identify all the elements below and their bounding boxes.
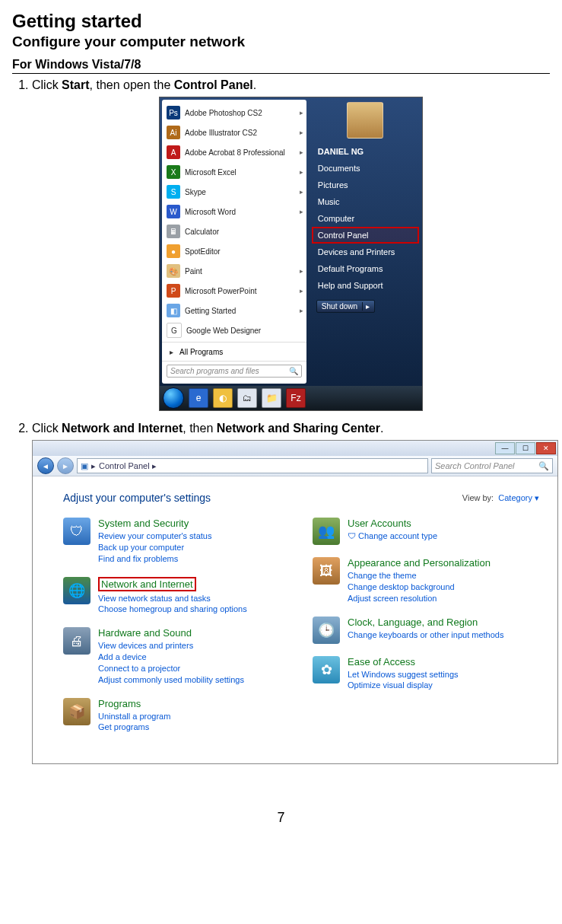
- category-sublink[interactable]: Find and fix problems: [98, 553, 211, 565]
- category-sublink[interactable]: Uninstall a program: [98, 711, 170, 722]
- item-label: Getting Started: [185, 307, 236, 315]
- category-sublink[interactable]: Let Windows suggest settings: [348, 669, 459, 680]
- start-menu-item[interactable]: 🖩Calculator: [162, 221, 306, 241]
- category-sublink[interactable]: View devices and printers: [98, 640, 244, 652]
- category-title-link[interactable]: Network and Internet: [98, 577, 196, 591]
- view-by-selector[interactable]: View by: Category ▾: [462, 493, 539, 503]
- start-menu-right-item[interactable]: Music: [312, 193, 419, 210]
- item-label: Adobe Photoshop CS2: [185, 109, 262, 117]
- category-title-link[interactable]: User Accounts: [348, 518, 437, 529]
- chevron-right-icon: ▸: [300, 129, 303, 136]
- item-label: Adobe Acrobat 8 Professional: [185, 148, 285, 157]
- cp-category: 📦ProgramsUninstall a programGet programs: [63, 698, 290, 734]
- category-title-link[interactable]: Ease of Access: [348, 656, 459, 668]
- chevron-right-icon: ▸: [300, 148, 303, 156]
- chevron-right-icon: ▸: [300, 109, 303, 116]
- category-sublink[interactable]: Get programs: [98, 722, 170, 733]
- step-1: Click Start, then open the Control Panel…: [32, 78, 550, 411]
- category-icon: 🌐: [63, 577, 90, 604]
- shutdown-button[interactable]: Shut down▸: [316, 300, 375, 313]
- item-label: Skype: [185, 188, 206, 196]
- category-sublink[interactable]: Add a device: [98, 652, 244, 663]
- item-label: SpotEditor: [185, 247, 221, 256]
- item-label: Microsoft PowerPoint: [185, 287, 256, 295]
- start-menu-right-item[interactable]: Devices and Printers: [312, 244, 419, 260]
- category-icon: 🖨: [63, 627, 90, 655]
- start-menu-item[interactable]: GGoogle Web Designer: [162, 320, 306, 340]
- start-menu-item[interactable]: ◧Getting Started▸: [162, 301, 306, 320]
- breadcrumb[interactable]: ▣ ▸ Control Panel ▸: [77, 458, 428, 473]
- taskbar-app-icon[interactable]: 📁: [262, 388, 281, 408]
- category-sublink[interactable]: Back up your computer: [98, 542, 211, 553]
- taskbar: e◐🗂📁Fz: [160, 386, 422, 410]
- category-title-link[interactable]: Clock, Language, and Region: [348, 617, 503, 628]
- category-sublink[interactable]: Review your computer's status: [98, 531, 211, 542]
- cp-category: 🖨Hardware and SoundView devices and prin…: [63, 627, 290, 685]
- category-title-link[interactable]: System and Security: [98, 518, 211, 529]
- app-icon: S: [167, 185, 180, 199]
- chevron-right-icon: ▸: [300, 208, 303, 215]
- taskbar-app-icon[interactable]: Fz: [286, 388, 306, 408]
- item-label: Microsoft Excel: [185, 168, 237, 177]
- category-sublink[interactable]: Change desktop background: [348, 581, 491, 593]
- cp-category: ✿Ease of AccessLet Windows suggest setti…: [313, 656, 539, 692]
- start-menu-right-item[interactable]: Documents: [312, 160, 419, 177]
- control-panel-screenshot: — ☐ ✕ ◄ ► ▣ ▸ Control Panel ▸ Search Con…: [32, 440, 558, 764]
- taskbar-app-icon[interactable]: ◐: [213, 388, 233, 408]
- item-label: Microsoft Word: [185, 208, 236, 216]
- category-sublink[interactable]: View network status and tasks: [98, 593, 247, 604]
- category-sublink[interactable]: Adjust commonly used mobility settings: [98, 674, 244, 686]
- start-orb-icon[interactable]: [163, 387, 184, 409]
- nav-back-button[interactable]: ◄: [37, 457, 54, 474]
- start-menu-item[interactable]: WMicrosoft Word▸: [162, 202, 306, 221]
- nav-forward-button[interactable]: ►: [57, 457, 74, 474]
- start-menu-right-item[interactable]: Default Programs: [312, 260, 419, 277]
- taskbar-app-icon[interactable]: e: [189, 388, 208, 408]
- chevron-right-icon: ▸: [300, 188, 303, 196]
- user-avatar: [347, 102, 383, 139]
- start-menu-item[interactable]: PMicrosoft PowerPoint▸: [162, 281, 306, 301]
- start-menu-item[interactable]: ●SpotEditor: [162, 241, 306, 261]
- category-icon: 🛡: [63, 518, 90, 545]
- start-menu-item[interactable]: PsAdobe Photoshop CS2▸: [162, 103, 306, 123]
- all-programs-item[interactable]: ▸All Programs: [162, 342, 306, 361]
- category-sublink[interactable]: Change keyboards or other input methods: [348, 629, 503, 641]
- start-menu-item[interactable]: 🎨Paint▸: [162, 261, 306, 281]
- start-search-input[interactable]: Search programs and files🔍: [167, 365, 302, 378]
- close-button[interactable]: ✕: [536, 442, 556, 454]
- category-sublink[interactable]: Optimize visual display: [348, 680, 459, 691]
- chevron-right-icon[interactable]: ▸: [362, 302, 370, 311]
- category-title-link[interactable]: Appearance and Personalization: [348, 557, 491, 569]
- item-label: Paint: [185, 267, 202, 276]
- category-sublink[interactable]: Choose homegroup and sharing options: [98, 604, 247, 615]
- category-title-link[interactable]: Programs: [98, 698, 170, 709]
- app-icon: W: [167, 205, 180, 218]
- category-icon: 🖼: [313, 557, 340, 585]
- start-menu-right-item[interactable]: Pictures: [312, 177, 419, 193]
- start-menu-left-pane: PsAdobe Photoshop CS2▸AiAdobe Illustrato…: [162, 100, 306, 384]
- category-sublink[interactable]: Adjust screen resolution: [348, 593, 491, 604]
- app-icon: 🖩: [167, 225, 180, 238]
- start-menu-item[interactable]: AiAdobe Illustrator CS2▸: [162, 123, 306, 142]
- window-titlebar: — ☐ ✕: [33, 441, 557, 456]
- start-menu-right-item[interactable]: Computer: [312, 210, 419, 227]
- minimize-button[interactable]: —: [495, 442, 515, 454]
- start-menu-username: DANIEL NG: [312, 143, 419, 160]
- start-menu-item[interactable]: AAdobe Acrobat 8 Professional▸: [162, 142, 306, 162]
- cp-category: 🛡System and SecurityReview your computer…: [63, 518, 290, 565]
- search-input[interactable]: Search Control Panel 🔍: [431, 458, 553, 473]
- category-sublink[interactable]: Connect to a projector: [98, 663, 244, 674]
- start-menu-right-item[interactable]: Help and Support: [312, 277, 419, 294]
- category-sublink[interactable]: Change the theme: [348, 570, 491, 581]
- category-icon: ✿: [313, 656, 340, 683]
- start-menu-right-pane: DANIEL NG DocumentsPicturesMusicComputer…: [309, 97, 422, 386]
- cp-heading: Adjust your computer's settings: [63, 492, 211, 504]
- maximize-button[interactable]: ☐: [516, 442, 535, 454]
- start-menu-item[interactable]: XMicrosoft Excel▸: [162, 162, 306, 182]
- category-title-link[interactable]: Hardware and Sound: [98, 627, 244, 639]
- start-menu-item[interactable]: SSkype▸: [162, 182, 306, 202]
- taskbar-app-icon[interactable]: 🗂: [237, 388, 257, 408]
- start-menu-right-item[interactable]: Control Panel: [312, 227, 419, 244]
- page-title-h1: Getting started: [12, 11, 550, 32]
- category-sublink[interactable]: 🛡 Change account type: [348, 531, 437, 542]
